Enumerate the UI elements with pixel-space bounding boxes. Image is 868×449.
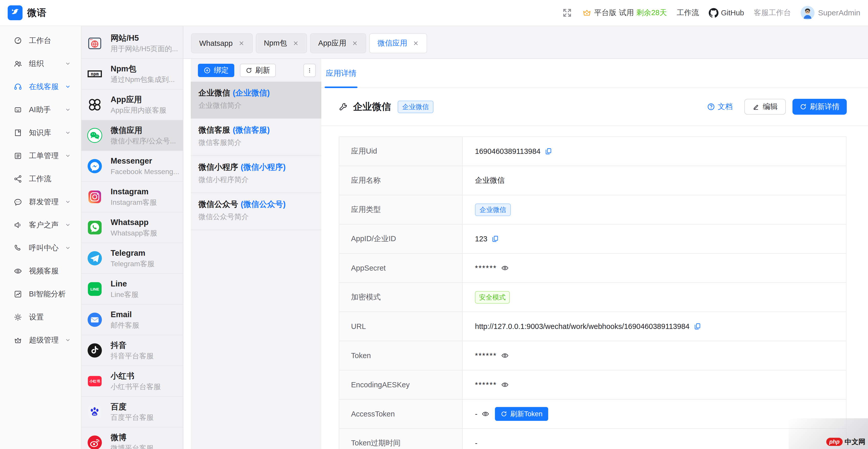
plan-badge[interactable]: 平台版 试用 剩余28天 xyxy=(582,8,667,18)
channel-item-email[interactable]: Email邮件客服 xyxy=(82,304,183,335)
value-badge: 企业微信 xyxy=(475,203,511,216)
sidebar-item-workflow[interactable]: 工作流 xyxy=(0,167,81,190)
nav-workflow[interactable]: 工作流 xyxy=(677,8,699,18)
sidebar-item-broadcast[interactable]: 群发管理 xyxy=(0,190,81,214)
channel-desc: 百度平台客服 xyxy=(111,413,154,422)
channel-item-messenger[interactable]: MessengerFacebook Messeng... xyxy=(82,151,183,182)
refresh-list-button[interactable]: 刷新 xyxy=(240,64,276,77)
plan-remaining: 剩余28天 xyxy=(636,8,667,18)
eye-icon[interactable] xyxy=(501,352,509,359)
account-item[interactable]: 微信小程序(微信小程序)微信小程序简介 xyxy=(191,156,321,193)
fullscreen-icon[interactable] xyxy=(562,7,572,18)
account-type-tag: (微信小程序) xyxy=(241,163,286,171)
megaphone-icon xyxy=(13,221,22,229)
sidebar-item-crown[interactable]: 超级管理 xyxy=(0,329,81,352)
close-icon[interactable] xyxy=(413,40,419,46)
dove-icon xyxy=(9,7,21,19)
eye-icon[interactable] xyxy=(501,381,509,389)
refresh-detail-button[interactable]: 刷新详情 xyxy=(793,99,847,115)
team-icon xyxy=(13,59,22,68)
close-icon[interactable] xyxy=(352,40,358,46)
channel-item-weibo[interactable]: 微博微博平台客服 xyxy=(82,427,183,449)
field-value-cell: ****** xyxy=(463,254,846,282)
field-value-cell: 123 xyxy=(463,224,846,253)
account-item[interactable]: 企业微信(企业微信)企业微信简介 xyxy=(191,82,321,119)
sidebar-item-eye[interactable]: 视频客服 xyxy=(0,260,81,283)
refresh-icon xyxy=(246,67,252,74)
workspace-tabbar: WhatsappNpm包App应用微信应用 xyxy=(183,26,868,59)
instagram-icon xyxy=(87,189,102,204)
edit-button[interactable]: 编辑 xyxy=(744,99,786,115)
close-icon[interactable] xyxy=(238,40,245,46)
svg-text:du: du xyxy=(93,413,96,416)
account-desc: 企业微信简介 xyxy=(198,101,316,110)
channel-item-xiaohongshu[interactable]: 小红书小红书小红书平台客服 xyxy=(82,366,183,397)
sidebar-item-label: 工作台 xyxy=(29,36,51,46)
table-row: EncodingAESKey****** xyxy=(339,371,846,399)
field-value-cell: http://127.0.0.1:9003/wechat/work/webhoo… xyxy=(463,312,846,341)
sidebar-item-phone[interactable]: 呼叫中心 xyxy=(0,236,81,260)
tab-app-detail[interactable]: 应用详情 xyxy=(326,59,356,88)
bind-button[interactable]: 绑定 xyxy=(198,64,234,77)
channel-item-wechat[interactable]: 微信应用微信小程序/公众号... xyxy=(82,120,183,151)
book-icon xyxy=(13,129,22,137)
workspace-tab[interactable]: Npm包 xyxy=(256,33,307,53)
channel-item-douyin[interactable]: 抖音抖音平台客服 xyxy=(82,335,183,366)
channel-item-app[interactable]: App应用App应用内嵌客服 xyxy=(82,90,183,120)
account-item[interactable]: 微信客服(微信客服)微信客服简介 xyxy=(191,119,321,156)
account-name: 企业微信 xyxy=(198,88,230,97)
sidebar-item-label: 呼叫中心 xyxy=(29,243,59,253)
field-label: AppSecret xyxy=(339,254,463,282)
more-button[interactable] xyxy=(303,64,316,77)
channel-name: 小红书 xyxy=(111,371,161,381)
channel-item-instagram[interactable]: InstagramInstagram客服 xyxy=(82,182,183,213)
eye-icon[interactable] xyxy=(501,264,509,272)
field-value: - xyxy=(475,439,477,447)
watermark: php 中文网 xyxy=(788,418,868,449)
field-value: ****** xyxy=(475,351,497,360)
nav-agent-workbench[interactable]: 客服工作台 xyxy=(754,8,791,18)
channel-item-npm[interactable]: npmNpm包通过Npm包集成到... xyxy=(82,59,183,90)
telegram-icon xyxy=(87,251,102,266)
workspace-tab[interactable]: 微信应用 xyxy=(369,33,427,53)
app-title: 企业微信 xyxy=(353,100,391,113)
refresh-token-button[interactable]: 刷新Token xyxy=(495,407,548,421)
channel-item-web[interactable]: 网站/H5用于网站/H5页面的... xyxy=(82,28,183,59)
sidebar-item-ticket[interactable]: 工单管理 xyxy=(0,145,81,167)
table-row: 应用名称企业微信 xyxy=(339,166,846,195)
field-label: 加密模式 xyxy=(339,283,463,312)
doc-link[interactable]: 文档 xyxy=(707,102,733,112)
account-item[interactable]: 微信公众号(微信公众号)微信公众号简介 xyxy=(191,193,321,230)
table-row: 加密模式安全模式 xyxy=(339,283,846,312)
workspace-tab[interactable]: App应用 xyxy=(310,33,366,53)
sidebar-item-megaphone[interactable]: 客户之声 xyxy=(0,214,81,236)
account-type-tag: (微信客服) xyxy=(233,125,270,134)
table-row: Token****** xyxy=(339,341,846,371)
sidebar-item-label: 在线客服 xyxy=(29,82,59,92)
channel-item-whatsapp[interactable]: WhatsappWhatsapp客服 xyxy=(82,213,183,243)
sidebar-item-headset[interactable]: 在线客服 xyxy=(0,75,81,98)
sidebar-item-book[interactable]: 知识库 xyxy=(0,121,81,145)
eye-icon[interactable] xyxy=(482,410,489,418)
field-value: http://127.0.0.1:9003/wechat/work/webhoo… xyxy=(475,322,689,331)
sidebar-item-team[interactable]: 组织 xyxy=(0,52,81,75)
sidebar-item-robot[interactable]: AI助手 xyxy=(0,98,81,121)
workspace-tab-label: App应用 xyxy=(318,38,346,49)
field-value-cell: 1690460389113984 xyxy=(463,137,846,166)
nav-github[interactable]: GitHub xyxy=(709,8,744,18)
copy-icon[interactable] xyxy=(694,323,701,330)
channel-item-baidu[interactable]: du百度百度平台客服 xyxy=(82,397,183,427)
copy-icon[interactable] xyxy=(491,235,499,243)
workspace-tab[interactable]: Whatsapp xyxy=(191,33,253,53)
channel-item-telegram[interactable]: TelegramTelegram客服 xyxy=(82,243,183,274)
channel-name: Instagram xyxy=(111,187,157,197)
channel-item-line[interactable]: LINELineLine客服 xyxy=(82,274,183,304)
chevron-down-icon xyxy=(65,338,71,343)
sidebar-item-chart[interactable]: BI智能分析 xyxy=(0,283,81,306)
field-label: Token过期时间 xyxy=(339,429,463,449)
sidebar-item-dashboard[interactable]: 工作台 xyxy=(0,29,81,52)
user-menu[interactable]: SuperAdmin xyxy=(801,6,860,20)
copy-icon[interactable] xyxy=(545,148,552,155)
sidebar-item-gear[interactable]: 设置 xyxy=(0,306,81,329)
close-icon[interactable] xyxy=(293,40,299,46)
